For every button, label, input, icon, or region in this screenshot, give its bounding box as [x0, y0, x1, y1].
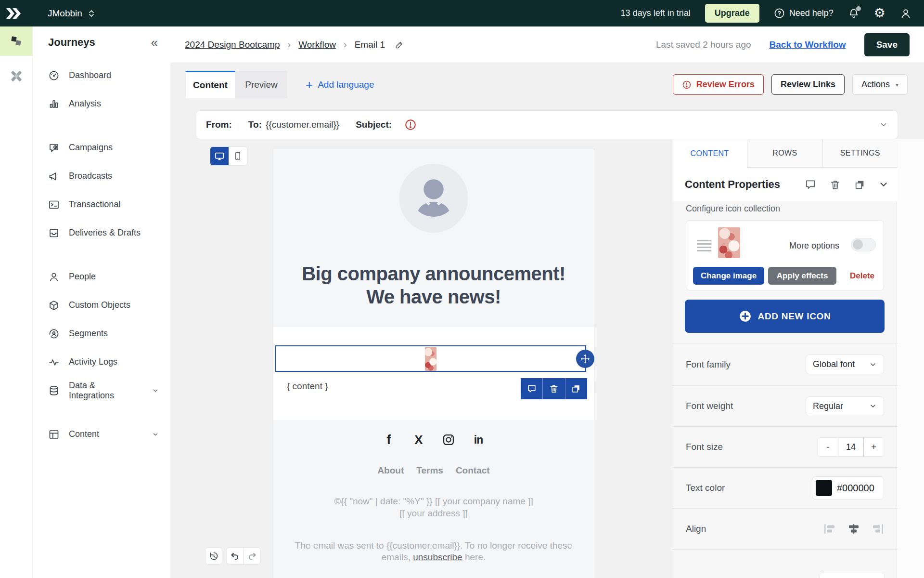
icon-collection-image[interactable]: [425, 347, 436, 371]
align-right-button[interactable]: [870, 524, 884, 534]
tab-preview[interactable]: Preview: [235, 71, 287, 98]
unsubscribe-link[interactable]: unsubscribe: [413, 552, 462, 562]
error-circle-icon: [682, 80, 692, 90]
font-size-increase-button[interactable]: +: [864, 438, 884, 456]
font-size-decrease-button[interactable]: -: [818, 438, 838, 456]
sidebar-item-analysis[interactable]: Analysis: [33, 90, 170, 118]
email-heading-line2[interactable]: We have news!: [273, 285, 594, 308]
font-size-value[interactable]: 14: [838, 438, 864, 456]
chevron-down-icon: [878, 179, 889, 190]
partial-stepper-control[interactable]: [820, 573, 885, 578]
breadcrumb-campaign-link[interactable]: 2024 Design Bootcamp: [185, 39, 280, 50]
align-left-button[interactable]: [823, 524, 838, 534]
review-links-button[interactable]: Review Links: [771, 74, 845, 95]
sidebar-item-deliveries-drafts[interactable]: Deliveries & Drafts: [33, 219, 170, 247]
sidebar-item-label: Data & Integrations: [69, 381, 143, 401]
person-icon: [48, 271, 60, 283]
review-errors-button[interactable]: Review Errors: [673, 74, 764, 95]
sidebar-item-content[interactable]: Content: [33, 420, 170, 448]
change-image-button[interactable]: Change image: [693, 267, 764, 285]
block-duplicate-button[interactable]: [565, 378, 587, 399]
selected-icon-block[interactable]: [275, 345, 586, 372]
rail-journeys-button[interactable]: [0, 26, 32, 56]
apply-effects-button[interactable]: Apply effects: [768, 267, 836, 285]
sidebar-item-campaigns[interactable]: Campaigns: [33, 133, 170, 162]
actions-button[interactable]: Actions ▾: [852, 74, 908, 95]
envelope-expand-chevron-icon[interactable]: [879, 120, 888, 129]
sidebar-item-people[interactable]: People: [33, 263, 170, 291]
social-icons-row: f X in: [273, 433, 594, 447]
app-logo[interactable]: [0, 0, 26, 26]
footer-link-contact[interactable]: Contact: [456, 465, 490, 476]
font-weight-select[interactable]: Regular: [806, 396, 884, 416]
x-twitter-icon[interactable]: X: [411, 433, 426, 447]
account-button[interactable]: [900, 8, 911, 19]
org-switcher-caret-icon[interactable]: [89, 9, 94, 18]
block-comment-button[interactable]: [521, 378, 542, 399]
email-canvas[interactable]: Big company announcement! We have news! …: [273, 149, 594, 578]
panel-scroll-gutter[interactable]: [897, 139, 924, 578]
sidebar-item-label: Dashboard: [69, 70, 111, 80]
envelope-bar[interactable]: From: To: {{customer.email}} Subject:: [196, 110, 898, 139]
redo-button[interactable]: [244, 547, 261, 565]
delete-icon-button[interactable]: Delete: [847, 271, 877, 281]
font-family-select[interactable]: Global font: [806, 355, 884, 374]
tab-content[interactable]: Content: [185, 71, 235, 98]
notifications-button[interactable]: [848, 8, 860, 19]
duplicate-block-button[interactable]: [854, 179, 866, 191]
content-placeholder[interactable]: { content }: [287, 381, 328, 392]
collapse-panel-chevron[interactable]: [878, 179, 889, 190]
save-button[interactable]: Save: [864, 33, 910, 56]
text-color-value: #000000: [837, 483, 874, 494]
panel-tab-settings[interactable]: SETTINGS: [822, 139, 898, 168]
rail-secondary-product-button[interactable]: [0, 69, 32, 83]
copyright-line1: ©{{ "now" | date: "%Y" }} [[ your compan…: [273, 496, 594, 507]
panel-tab-content[interactable]: CONTENT: [672, 139, 747, 168]
align-label: Align: [686, 524, 706, 534]
facebook-icon[interactable]: f: [382, 433, 396, 447]
block-delete-button[interactable]: [542, 378, 565, 399]
sidebar-item-broadcasts[interactable]: Broadcasts: [33, 162, 170, 190]
upgrade-button[interactable]: Upgrade: [705, 4, 759, 23]
color-swatch[interactable]: [816, 480, 832, 496]
sidebar-item-data-integrations[interactable]: Data & Integrations: [33, 376, 170, 405]
footer-link-terms[interactable]: Terms: [416, 465, 443, 476]
text-color-picker[interactable]: #000000: [812, 476, 884, 499]
mobile-view-button[interactable]: [229, 147, 247, 165]
redo-icon: [247, 551, 257, 561]
desktop-view-button[interactable]: [210, 147, 229, 165]
email-icon-row-section[interactable]: { content }: [273, 327, 594, 420]
email-footer-section[interactable]: f X in About Terms Contact ©{{ "now" | d…: [273, 420, 594, 578]
more-options-toggle[interactable]: [851, 238, 876, 251]
add-new-icon-button[interactable]: ADD NEW ICON: [685, 300, 885, 333]
back-to-workflow-link[interactable]: Back to Workflow: [770, 39, 846, 50]
panel-tab-rows[interactable]: ROWS: [747, 139, 822, 168]
sidebar-collapse-button[interactable]: «: [151, 36, 158, 49]
icon-thumbnail[interactable]: [718, 227, 740, 258]
org-switcher-label[interactable]: JMobbin: [48, 8, 82, 19]
sidebar-item-dashboard[interactable]: Dashboard: [33, 61, 170, 90]
rename-pencil-icon[interactable]: [395, 40, 404, 50]
sidebar-item-transactional[interactable]: Transactional: [33, 190, 170, 219]
undo-button[interactable]: [226, 547, 244, 565]
email-heading-line1[interactable]: Big company announcement!: [273, 262, 594, 285]
linkedin-icon[interactable]: in: [471, 433, 486, 447]
product-rail: [0, 26, 33, 578]
footer-link-about[interactable]: About: [377, 465, 404, 476]
sidebar-item-activity-logs[interactable]: Activity Logs: [33, 348, 170, 376]
version-history-button[interactable]: [205, 547, 222, 565]
add-language-button[interactable]: + Add language: [306, 71, 374, 98]
sidebar-item-custom-objects[interactable]: Custom Objects: [33, 291, 170, 319]
align-center-button[interactable]: [847, 524, 861, 534]
instagram-icon[interactable]: [441, 433, 456, 447]
drag-handle-icon[interactable]: [697, 240, 711, 253]
sidebar-item-segments[interactable]: Segments: [33, 319, 170, 348]
drag-move-handle[interactable]: [576, 350, 594, 368]
breadcrumb-workflow-link[interactable]: Workflow: [298, 39, 336, 50]
delete-block-button[interactable]: [829, 179, 841, 191]
more-options-label: More options: [789, 241, 839, 251]
need-help-button[interactable]: ? Need help?: [774, 8, 834, 19]
settings-gear-button[interactable]: ⚙: [874, 7, 886, 20]
email-header-section[interactable]: Big company announcement! We have news!: [273, 149, 594, 327]
comment-button[interactable]: [804, 178, 817, 191]
